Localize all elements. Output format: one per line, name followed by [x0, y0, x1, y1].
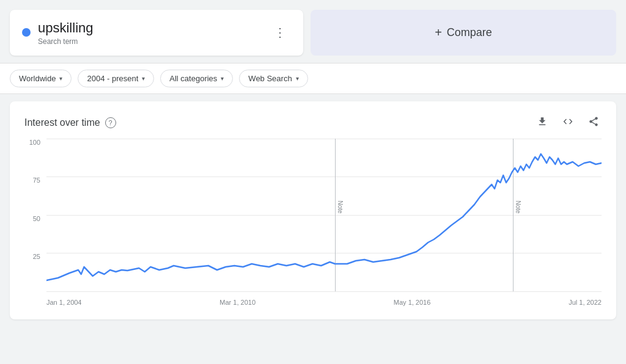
chart-area: 100 75 50 25 Note Note	[24, 139, 602, 310]
blue-dot	[22, 28, 31, 37]
y-label-50: 50	[33, 215, 44, 222]
search-term-card: upskilling Search term ⋮	[10, 10, 303, 56]
trend-line-svg	[46, 139, 602, 291]
chart-title-group: Interest over time ?	[24, 117, 116, 128]
term-text: upskilling Search term	[38, 20, 94, 46]
main-content: Interest over time ? 100 75 50 25	[10, 101, 616, 319]
term-name: upskilling	[38, 20, 94, 37]
category-label: All categories	[169, 74, 217, 83]
time-label: 2004 - present	[87, 74, 138, 83]
share-button[interactable]	[586, 114, 602, 133]
chart-plot: Note Note	[46, 139, 602, 291]
y-label-25: 25	[33, 253, 44, 260]
help-icon[interactable]: ?	[105, 117, 116, 128]
x-label-2004: Jan 1, 2004	[46, 299, 82, 306]
time-chevron: ▾	[142, 75, 145, 82]
y-axis-labels: 100 75 50 25	[24, 139, 44, 291]
chart-header: Interest over time ?	[24, 114, 602, 133]
search-type-label: Web Search	[248, 74, 292, 83]
x-label-2016: May 1, 2016	[394, 299, 431, 306]
compare-label: Compare	[447, 26, 492, 39]
category-filter[interactable]: All categories ▾	[160, 70, 233, 87]
grid-line-0	[46, 291, 602, 292]
download-button[interactable]	[534, 114, 550, 133]
trend-polyline	[46, 154, 602, 280]
x-label-2010: Mar 1, 2010	[219, 299, 256, 306]
embed-button[interactable]	[560, 114, 576, 133]
chart-title: Interest over time	[24, 117, 100, 128]
search-type-filter[interactable]: Web Search ▾	[239, 70, 307, 87]
top-section: upskilling Search term ⋮ + Compare	[0, 0, 626, 63]
filters-bar: Worldwide ▾ 2004 - present ▾ All categor…	[0, 63, 626, 94]
region-filter[interactable]: Worldwide ▾	[10, 70, 72, 87]
category-chevron: ▾	[221, 75, 224, 82]
x-axis-labels: Jan 1, 2004 Mar 1, 2010 May 1, 2016 Jul …	[46, 295, 602, 310]
search-type-chevron: ▾	[296, 75, 299, 82]
y-label-75: 75	[33, 177, 44, 184]
term-type: Search term	[38, 37, 94, 46]
time-filter[interactable]: 2004 - present ▾	[78, 70, 154, 87]
region-label: Worldwide	[19, 74, 56, 83]
region-chevron: ▾	[59, 75, 62, 82]
more-options-button[interactable]: ⋮	[269, 23, 291, 42]
x-label-2022: Jul 1, 2022	[569, 299, 602, 306]
compare-card[interactable]: + Compare	[311, 10, 616, 56]
y-label-100: 100	[29, 139, 44, 146]
chart-actions	[534, 114, 602, 133]
compare-plus-icon: +	[435, 26, 442, 40]
search-term-info: upskilling Search term	[22, 20, 94, 46]
